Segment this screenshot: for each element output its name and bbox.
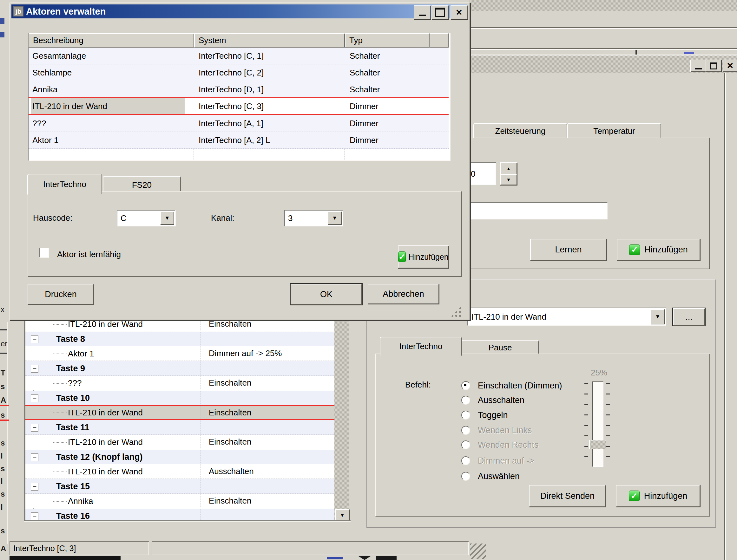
dialog-resize-grip[interactable] (451, 306, 461, 317)
add-button-upper[interactable]: ✓ Hinzufügen (617, 239, 700, 261)
radio-einschalten-dimmen[interactable]: Einschalten (Dimmen) (461, 380, 562, 391)
table-row[interactable]: Annika InterTechno [D, 1] Schalter (29, 81, 449, 98)
check-icon: ✓ (629, 491, 640, 501)
tree-row-selected[interactable]: ITL-210 in der Wand Einschalten (25, 405, 334, 420)
dialog-titlebar[interactable]: jb Aktoren verwalten ✕ (11, 4, 467, 18)
tab-intertechno[interactable]: InterTechno (27, 174, 102, 195)
margin-letter: l (1, 477, 3, 486)
maximize-button[interactable] (432, 5, 449, 19)
minimize-button[interactable] (414, 5, 431, 19)
tree-row[interactable]: Taste 9 (25, 361, 334, 376)
slider-value-label: 25% (586, 368, 612, 378)
tree-collapse-icon[interactable] (31, 483, 38, 491)
key-assignment-tree: ITL-210 in der Wand Einschalten Taste 8 … (24, 320, 350, 523)
minimize-button[interactable] (690, 60, 706, 72)
maximize-button[interactable] (706, 60, 721, 72)
tree-row[interactable]: Taste 12 (Knopf lang) (25, 450, 334, 464)
learn-button[interactable]: Lernen (530, 239, 607, 261)
tree-collapse-icon[interactable] (31, 365, 38, 373)
tree-collapse-icon[interactable] (31, 453, 38, 461)
tree-connector (53, 354, 67, 354)
table-row[interactable]: ??? InterTechno [A, 1] Dimmer (29, 115, 449, 132)
arrow-down-icon: ▼ (340, 512, 345, 518)
tab-intertechno-command[interactable]: InterTechno (380, 337, 462, 356)
tree-row[interactable]: Aktor 1 Dimmen auf -> 25% (25, 346, 334, 361)
radio-wenden-rechts: Wenden Rechts (461, 440, 539, 450)
status-panel-system: InterTechno [C, 3] (10, 541, 149, 555)
radio-auswaehlen[interactable]: Auswählen (461, 471, 520, 482)
tree-row[interactable]: ITL-210 in der Wand Ausschalten (25, 464, 334, 479)
spinner-up-button[interactable]: ▲ (500, 162, 517, 174)
close-button[interactable]: ✕ (451, 5, 468, 19)
tree-row[interactable]: ITL-210 in der Wand Einschalten (25, 320, 334, 331)
margin-letter: s (1, 411, 5, 420)
radio-icon (461, 426, 470, 435)
slider-ticks-left (584, 383, 588, 467)
clipped-bottom-arrow (358, 556, 371, 560)
tree-row[interactable]: Taste 16 (25, 509, 334, 520)
tree-collapse-icon[interactable] (31, 394, 38, 402)
add-actuator-button[interactable]: ✓ Hinzufügen (398, 245, 449, 268)
radio-label: Einschalten (Dimmen) (478, 381, 562, 391)
margin-letter: A (1, 544, 6, 553)
hauscode-combobox[interactable]: C ▼ (117, 210, 176, 226)
tree-row[interactable]: Annika Einschalten (25, 494, 334, 508)
margin-letter: s (1, 382, 5, 391)
cancel-button-label: Abbrechen (383, 289, 424, 299)
table-row[interactable]: Stehlampe InterTechno [C, 2] Schalter (29, 64, 449, 81)
margin-letter: s (1, 526, 5, 535)
spinner-down-button[interactable]: ▼ (500, 174, 517, 185)
table-row[interactable]: Aktor 1 InterTechno [A, 2] L Dimmer (29, 132, 449, 149)
code-input[interactable] (454, 202, 608, 219)
margin-letter: A (1, 396, 6, 405)
chevron-down-icon[interactable]: ▼ (160, 212, 174, 225)
resize-grip[interactable] (470, 544, 486, 559)
learnable-checkbox-label: Aktor ist lernfähig (57, 250, 121, 259)
tree-row[interactable]: Taste 15 (25, 479, 334, 494)
befehl-label: Befehl: (405, 380, 431, 390)
direct-send-button[interactable]: Direkt Senden (529, 485, 606, 507)
tree-collapse-icon[interactable] (31, 424, 38, 432)
tree-scrollbar[interactable]: ▼ (334, 320, 349, 520)
background-window-strip (469, 0, 737, 11)
tab-zeitsteuerung[interactable]: Zeitsteuerung (473, 123, 567, 139)
close-icon: ✕ (456, 8, 463, 17)
learnable-checkbox[interactable] (39, 248, 49, 258)
minimize-icon (419, 15, 426, 16)
table-row-selected[interactable]: ITL-210 in der Wand InterTechno [C, 3] D… (29, 97, 449, 115)
tree-collapse-icon[interactable] (31, 335, 38, 343)
tree-row[interactable]: Taste 8 (25, 332, 334, 346)
close-button[interactable]: ✕ (723, 60, 737, 72)
cancel-button[interactable]: Abbrechen (368, 284, 439, 304)
tree-collapse-icon[interactable] (31, 512, 38, 520)
ok-button[interactable]: OK (290, 284, 362, 305)
print-button[interactable]: Drucken (28, 284, 94, 305)
radio-label: Wenden Rechts (478, 440, 539, 450)
actuator-list[interactable]: Beschreibung System Typ Gesamtanlage Int… (28, 33, 451, 161)
slider-track[interactable] (592, 381, 603, 467)
radio-ausschalten[interactable]: Ausschalten (461, 395, 525, 406)
actuator-combobox[interactable]: ITL-210 in der Wand ▼ (467, 308, 666, 326)
add-actuator-label: Hinzufügen (408, 252, 448, 262)
tree-row[interactable]: Taste 10 (25, 391, 334, 405)
table-row[interactable]: Gesamtanlage InterTechno [C, 1] Schalter (29, 48, 449, 64)
tree-row[interactable]: ??? Einschalten (25, 376, 334, 390)
tree-row[interactable]: ITL-210 in der Wand Einschalten (25, 435, 334, 449)
slider-thumb[interactable] (589, 440, 606, 449)
tab-pause[interactable]: Pause (462, 340, 539, 355)
radio-toggeln[interactable]: Toggeln (461, 410, 508, 420)
tree-client[interactable]: ITL-210 in der Wand Einschalten Taste 8 … (25, 320, 334, 520)
chevron-down-icon[interactable]: ▼ (328, 212, 342, 225)
browse-button[interactable]: ... (673, 308, 705, 326)
tree-row[interactable]: Taste 11 (25, 420, 334, 435)
clipped-selection-line (0, 405, 9, 406)
tab-temperatur[interactable]: Temperatur (567, 123, 661, 139)
chevron-down-icon[interactable]: ▼ (651, 309, 665, 324)
column-header-system[interactable]: System (194, 33, 345, 48)
add-button-lower[interactable]: ✓ Hinzufügen (616, 485, 700, 507)
kanal-combobox[interactable]: 3 ▼ (284, 210, 343, 226)
column-header-beschreibung[interactable]: Beschreibung (29, 33, 194, 48)
clipped-icon (0, 18, 4, 24)
scroll-down-button[interactable]: ▼ (335, 509, 349, 521)
column-header-typ[interactable]: Typ (345, 33, 430, 48)
